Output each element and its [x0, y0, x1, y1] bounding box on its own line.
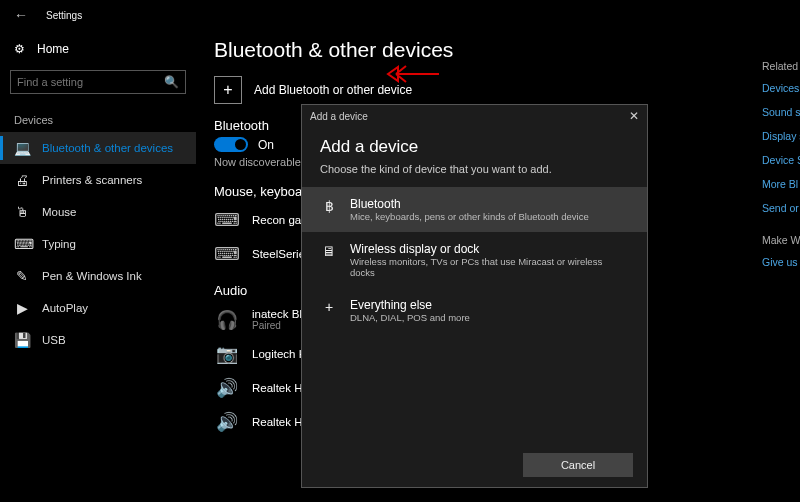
- option-everything-else[interactable]: + Everything else DLNA, DIAL, POS and mo…: [302, 288, 647, 333]
- headset-icon: 🎧: [214, 309, 240, 331]
- gear-icon: ⚙: [14, 42, 25, 56]
- related-link[interactable]: Devices: [762, 82, 800, 94]
- sidebar-item-usb[interactable]: 💾 USB: [0, 324, 196, 356]
- speaker-icon: 🔊: [214, 411, 240, 433]
- cancel-button[interactable]: Cancel: [523, 453, 633, 477]
- sidebar-item-label: Mouse: [42, 206, 77, 218]
- related-link[interactable]: Device S: [762, 154, 800, 166]
- window-title: Settings: [46, 10, 82, 21]
- sidebar-item-label: Printers & scanners: [42, 174, 142, 186]
- printer-icon: 🖨: [14, 172, 30, 188]
- sidebar-item-bluetooth[interactable]: 💻 Bluetooth & other devices: [0, 132, 196, 164]
- devices-group-label: Devices: [0, 104, 196, 132]
- sidebar-item-label: Typing: [42, 238, 76, 250]
- dialog-titlebar: Add a device: [310, 111, 368, 122]
- keyboard-icon: ⌨: [14, 236, 30, 252]
- related-panel: Related Devices Sound s Display s Device…: [762, 60, 800, 280]
- plus-icon: +: [320, 298, 338, 315]
- related-link[interactable]: Display s: [762, 130, 800, 142]
- sidebar-item-label: Bluetooth & other devices: [42, 142, 173, 154]
- related-link[interactable]: Send or: [762, 202, 800, 214]
- home-label: Home: [37, 42, 69, 56]
- keyboard-icon: ⌨: [214, 243, 240, 265]
- option-subtitle: Mice, keyboards, pens or other kinds of …: [350, 211, 589, 222]
- speaker-icon: 🔊: [214, 377, 240, 399]
- dialog-heading: Add a device: [320, 137, 629, 157]
- option-subtitle: DLNA, DIAL, POS and more: [350, 312, 470, 323]
- search-box[interactable]: 🔍: [10, 70, 186, 94]
- related-link[interactable]: More Bl: [762, 178, 800, 190]
- usb-icon: 💾: [14, 332, 30, 348]
- sidebar-item-typing[interactable]: ⌨ Typing: [0, 228, 196, 260]
- dialog-description: Choose the kind of device that you want …: [320, 163, 629, 175]
- bluetooth-toggle[interactable]: [214, 137, 248, 152]
- search-input[interactable]: [17, 76, 164, 88]
- close-icon[interactable]: ✕: [629, 109, 639, 123]
- bluetooth-state: On: [258, 138, 274, 152]
- option-wireless-display[interactable]: 🖥 Wireless display or dock Wireless moni…: [302, 232, 647, 288]
- related-header: Related: [762, 60, 800, 72]
- back-arrow-icon[interactable]: ←: [14, 7, 28, 23]
- camera-icon: 📷: [214, 343, 240, 365]
- make-header: Make W: [762, 234, 800, 246]
- feedback-link[interactable]: Give us: [762, 256, 800, 268]
- pen-icon: ✎: [14, 268, 30, 284]
- add-device-label: Add Bluetooth or other device: [254, 83, 412, 97]
- sidebar-item-pen[interactable]: ✎ Pen & Windows Ink: [0, 260, 196, 292]
- mouse-icon: 🖱: [14, 204, 30, 220]
- sidebar-item-autoplay[interactable]: ▶ AutoPlay: [0, 292, 196, 324]
- sidebar-item-printers[interactable]: 🖨 Printers & scanners: [0, 164, 196, 196]
- sidebar-item-label: AutoPlay: [42, 302, 88, 314]
- keyboard-icon: ⌨: [214, 209, 240, 231]
- devices-icon: 💻: [14, 140, 30, 156]
- search-icon: 🔍: [164, 75, 179, 89]
- related-link[interactable]: Sound s: [762, 106, 800, 118]
- add-device-button[interactable]: + Add Bluetooth or other device: [214, 76, 800, 104]
- sidebar-item-label: Pen & Windows Ink: [42, 270, 142, 282]
- option-bluetooth[interactable]: ฿ Bluetooth Mice, keyboards, pens or oth…: [302, 187, 647, 232]
- bluetooth-icon: ฿: [320, 197, 338, 214]
- sidebar-item-label: USB: [42, 334, 66, 346]
- option-title: Bluetooth: [350, 197, 589, 211]
- monitor-icon: 🖥: [320, 242, 338, 259]
- page-title: Bluetooth & other devices: [214, 38, 800, 62]
- autoplay-icon: ▶: [14, 300, 30, 316]
- add-device-dialog: Add a device ✕ Add a device Choose the k…: [301, 104, 648, 488]
- sidebar: ⚙ Home 🔍 Devices 💻 Bluetooth & other dev…: [0, 30, 196, 502]
- option-title: Wireless display or dock: [350, 242, 629, 256]
- option-title: Everything else: [350, 298, 470, 312]
- sidebar-item-mouse[interactable]: 🖱 Mouse: [0, 196, 196, 228]
- option-subtitle: Wireless monitors, TVs or PCs that use M…: [350, 256, 629, 278]
- plus-icon: +: [214, 76, 242, 104]
- home-nav[interactable]: ⚙ Home: [0, 34, 196, 64]
